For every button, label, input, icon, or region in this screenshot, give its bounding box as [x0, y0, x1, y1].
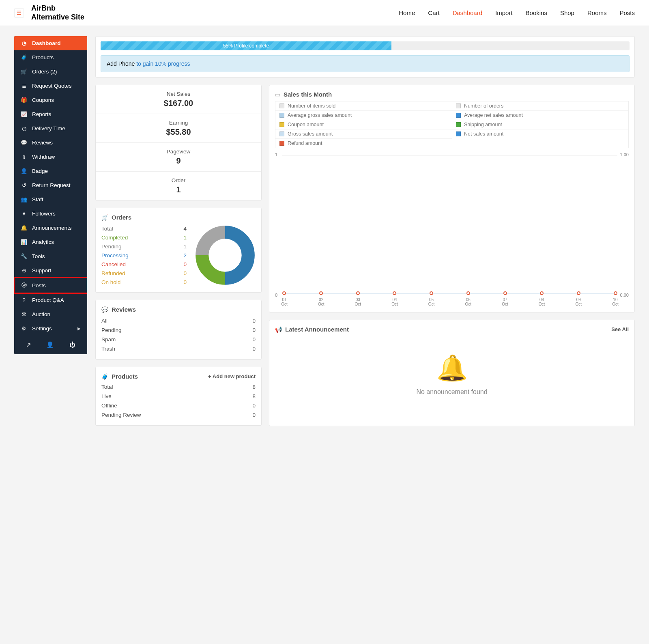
legend-item[interactable]: Average net sales amount	[452, 111, 628, 120]
sidebar-item-tools[interactable]: 🔧Tools	[14, 249, 87, 263]
swatch-icon	[456, 113, 461, 118]
legend-item[interactable]: Gross sales amount	[275, 129, 452, 139]
row-label: Pending	[101, 327, 122, 333]
x-label: 05Oct	[428, 297, 435, 306]
y-right-top: 1.00	[620, 152, 629, 157]
list-row: Cancelled0	[101, 260, 187, 269]
data-point	[540, 291, 544, 295]
sidebar-item-analytics[interactable]: 📊Analytics	[14, 235, 87, 249]
sidebar-label: Auction	[32, 311, 50, 317]
nav-cart[interactable]: Cart	[428, 9, 439, 16]
swatch-icon	[279, 113, 284, 118]
list-row: Total8	[101, 382, 256, 392]
sidebar-item-reports[interactable]: 📈Reports	[14, 107, 87, 121]
sidebar-label: Staff	[32, 196, 43, 202]
power-icon[interactable]: ⏻	[69, 341, 75, 349]
reviews-title: Reviews	[112, 306, 136, 313]
orders-card: 🛒Orders Total4Completed1Pending1Processi…	[95, 208, 262, 293]
swatch-icon	[279, 141, 284, 146]
sidebar-item-followers[interactable]: ♥Followers	[14, 207, 87, 221]
sidebar-item-staff[interactable]: 👥Staff	[14, 192, 87, 207]
x-label: 03Oct	[354, 297, 361, 306]
see-all-link[interactable]: See All	[611, 326, 629, 332]
sidebar-label: Withdraw	[32, 154, 55, 160]
legend-item[interactable]: Coupon amount	[275, 120, 452, 129]
sidebar-item-badge[interactable]: 👤Badge	[14, 164, 87, 178]
chevron-right-icon: ▶	[77, 326, 81, 331]
gridline	[282, 155, 617, 155]
legend-item[interactable]: Number of orders	[452, 101, 628, 111]
sidebar-icon: 🛒	[21, 69, 27, 75]
sales-chart: 1 1.00 0 0.00 01Oct02Oct03Oct04Oct05Oct0…	[275, 152, 629, 306]
sidebar-icon: 👤	[21, 168, 27, 174]
x-label: 02Oct	[318, 297, 325, 306]
list-row: Refunded0	[101, 269, 187, 278]
orders-donut-chart	[195, 225, 256, 286]
sidebar-icon: 🔔	[21, 225, 27, 231]
menu-toggle-button[interactable]: ☰	[14, 8, 24, 18]
external-icon[interactable]: ↗	[26, 341, 31, 349]
row-label: Total	[101, 384, 113, 390]
legend-label: Refund amount	[288, 140, 322, 146]
sidebar-item-support[interactable]: ⊕Support	[14, 263, 87, 278]
list-row: Total4	[101, 224, 187, 233]
sidebar-icon: ⚙	[21, 325, 27, 332]
legend-item[interactable]: Number of items sold	[275, 101, 452, 111]
stat-label: Earning	[101, 120, 256, 126]
sidebar-item-return-request[interactable]: ↺Return Request	[14, 178, 87, 192]
sidebar-icon: ♥	[21, 211, 27, 217]
y-left-top: 1	[275, 152, 277, 157]
stat-value: $167.00	[101, 99, 256, 108]
sidebar-item-announcements[interactable]: 🔔Announcements	[14, 221, 87, 235]
sidebar-item-coupons[interactable]: 🎁Coupons	[14, 93, 87, 107]
row-label: Total	[101, 226, 113, 232]
sidebar-item-request-quotes[interactable]: ≣Request Quotes	[14, 79, 87, 93]
sidebar-icon: ↺	[21, 182, 27, 188]
sidebar-item-reviews[interactable]: 💬Reviews	[14, 136, 87, 150]
sidebar-item-dashboard[interactable]: ◔Dashboard	[14, 36, 87, 50]
legend-item[interactable]: Refund amount	[275, 139, 452, 148]
row-label: Pending	[101, 243, 122, 250]
sidebar: ◔Dashboard🧳Products🛒Orders (2)≣Request Q…	[14, 36, 87, 354]
nav-rooms[interactable]: Rooms	[587, 9, 607, 16]
sidebar-item-posts[interactable]: ⓦPosts	[14, 278, 87, 293]
nav-shop[interactable]: Shop	[560, 9, 574, 16]
nav-home[interactable]: Home	[399, 9, 415, 16]
add-product-link[interactable]: + Add new product	[208, 373, 256, 379]
sidebar-label: Delivery Time	[32, 125, 65, 131]
sidebar-label: Announcements	[32, 225, 72, 231]
sidebar-item-products[interactable]: 🧳Products	[14, 50, 87, 65]
legend-label: Average gross sales amount	[288, 112, 352, 118]
chat-icon: 💬	[101, 306, 108, 313]
sidebar-item-delivery-time[interactable]: ◷Delivery Time	[14, 121, 87, 136]
list-row: Pending1	[101, 242, 187, 251]
sidebar-item-settings[interactable]: ⚙Settings▶	[14, 321, 87, 336]
brand-line1: AirBnb	[31, 4, 84, 13]
nav-bookins[interactable]: Bookins	[526, 9, 547, 16]
list-row: Offline0	[101, 401, 256, 410]
nav-posts[interactable]: Posts	[619, 9, 635, 16]
nav-import[interactable]: Import	[495, 9, 513, 16]
legend-item[interactable]: Net sales amount	[452, 129, 628, 138]
sidebar-label: Posts	[32, 282, 46, 289]
tip-text: Add Phone	[107, 60, 136, 67]
sidebar-label: Coupons	[32, 97, 54, 103]
stat-label: Order	[101, 177, 256, 183]
row-label: Pending Review	[101, 412, 141, 418]
legend-item[interactable]: Average gross sales amount	[275, 111, 452, 120]
row-value: 0	[252, 327, 256, 333]
legend-item[interactable]: Shipping amount	[452, 120, 628, 129]
nav-dashboard[interactable]: Dashboard	[453, 9, 482, 16]
user-icon[interactable]: 👤	[46, 341, 54, 349]
row-value: 0	[252, 336, 256, 342]
orders-list: Total4Completed1Pending1Processing2Cance…	[101, 224, 187, 286]
box-icon: 🧳	[101, 373, 108, 380]
sidebar-item-auction[interactable]: ⚒Auction	[14, 307, 87, 321]
sidebar-icon: 🎁	[21, 97, 27, 103]
tip-link[interactable]: to gain 10% progress	[136, 60, 190, 67]
swatch-icon	[279, 131, 284, 136]
sidebar-item-orders-2-[interactable]: 🛒Orders (2)	[14, 65, 87, 79]
sidebar-item-product-q-a[interactable]: ?Product Q&A	[14, 293, 87, 307]
sidebar-item-withdraw[interactable]: ⇧Withdraw	[14, 150, 87, 164]
list-row: Pending0	[101, 325, 256, 335]
